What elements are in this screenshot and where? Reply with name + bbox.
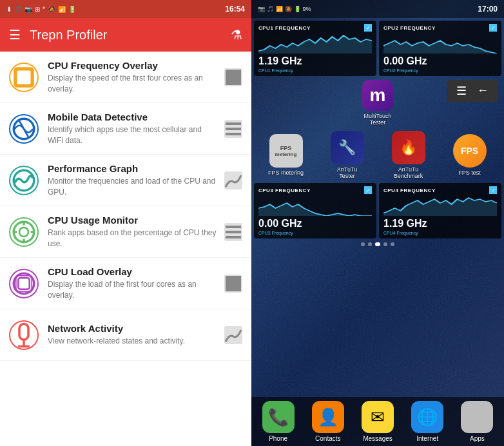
- cpu-freq-overlay-action[interactable]: [224, 68, 242, 86]
- menu-item-performance-graph[interactable]: Performance Graph Monitor the frequencie…: [0, 155, 251, 206]
- performance-graph-title: Performance Graph: [48, 163, 219, 174]
- cpu2-value: 0.00 GHz: [383, 55, 497, 67]
- performance-graph-icon: [9, 166, 39, 195]
- menu-button[interactable]: ☰: [9, 27, 21, 43]
- mobile-data-text: Mobile Data Detective Identify which app…: [48, 112, 219, 146]
- dot-2: [368, 242, 372, 246]
- cpu1-chart: [258, 33, 372, 53]
- antutu-tester-icon: 🔧: [331, 131, 364, 164]
- cpu4-checkbox[interactable]: ✓: [489, 186, 497, 194]
- svg-rect-21: [18, 278, 30, 289]
- internet-icon: 🌐: [411, 401, 443, 433]
- time-left: 16:54: [225, 5, 245, 14]
- network-activity-icon: [9, 320, 39, 350]
- signal-right: 📶: [276, 6, 283, 12]
- cpu-load-desc: Display the load of the first four cores…: [48, 279, 219, 301]
- popup-menu[interactable]: ☰ ←: [447, 80, 498, 102]
- menu-item-network-activity[interactable]: Network Activity View network-related st…: [0, 309, 251, 361]
- svg-rect-4: [226, 77, 233, 85]
- dock-messages[interactable]: ✉ Messages: [353, 401, 402, 442]
- svg-rect-5: [233, 77, 241, 85]
- performance-graph-text: Performance Graph Monitor the frequencie…: [48, 163, 219, 198]
- cpu2-widget[interactable]: CPU2 FREQUENCY ✓ 0.00 GHz CPU2 Frequency: [379, 21, 501, 76]
- cpu-widgets-top: CPU1 FREQUENCY ✓ 1.19 GHz CPU1 Frequency…: [251, 18, 504, 77]
- network-activity-title: Network Activity: [48, 323, 219, 334]
- antutu-benchmark-label: AnTuTuBenchmark: [394, 166, 423, 179]
- svg-point-12: [19, 228, 28, 237]
- cpu3-value: 0.00 GHz: [258, 218, 372, 229]
- dot-3: [375, 242, 380, 246]
- svg-rect-23: [226, 276, 233, 284]
- app-antutu-tester[interactable]: 🔧 AnTuTuTester: [318, 131, 376, 179]
- apps-icon: [461, 401, 493, 433]
- app-fps-test[interactable]: FPS FPS test: [440, 134, 499, 176]
- cpu2-label: CPU2 Frequency: [383, 68, 497, 73]
- cpu-usage-text: CPU Usage Monitor Rank apps based on the…: [48, 215, 219, 249]
- network-activity-text: Network Activity View network-related st…: [48, 323, 219, 347]
- menu-item-cpu-load-overlay[interactable]: CPU Load Overlay Display the load of the…: [0, 258, 251, 309]
- screenshot-icon: 📷: [24, 6, 32, 13]
- cpu1-title: CPU1 FREQUENCY: [258, 25, 311, 31]
- dot-4: [383, 242, 387, 246]
- cpu-usage-action[interactable]: [224, 223, 242, 241]
- svg-rect-25: [226, 284, 233, 291]
- cpu-freq-overlay-desc: Display the speed of the first four core…: [48, 73, 219, 95]
- menu-item-mobile-data-detective[interactable]: Mobile Data Detective Identify which app…: [0, 103, 251, 155]
- cpu4-widget[interactable]: CPU4 FREQUENCY ✓ 1.19 GHz CPU4 Frequency: [379, 183, 501, 238]
- menu-item-cpu-frequency-overlay[interactable]: CPU Frequency Overlay Display the speed …: [0, 52, 251, 103]
- apps-row-1: m MultiTouchTester ☰ ←: [251, 77, 504, 128]
- popup-menu-icon[interactable]: ☰: [456, 84, 467, 98]
- mute-icon: 🔕: [48, 6, 55, 13]
- app-antutu-benchmark[interactable]: 🔥 AnTuTuBenchmark: [379, 131, 438, 179]
- cpu-widgets-bottom: CPU3 FREQUENCY ✓ 0.00 GHz CPU3 Frequency…: [251, 182, 504, 240]
- cpu-usage-desc: Rank apps based on the percentage of CPU…: [48, 228, 219, 249]
- cpu1-label: CPU1 Frequency: [258, 68, 372, 73]
- popup-back-icon[interactable]: ←: [477, 84, 489, 98]
- cpu3-widget[interactable]: CPU3 FREQUENCY ✓ 0.00 GHz CPU3 Frequency: [254, 183, 376, 238]
- mobile-data-desc: Identify which apps use the most cellula…: [48, 124, 219, 146]
- cpu4-value: 1.19 GHz: [383, 218, 497, 229]
- time-right: 17:00: [478, 5, 498, 14]
- menu-item-cpu-usage-monitor[interactable]: CPU Usage Monitor Rank apps based on the…: [0, 206, 251, 258]
- status-icons-left: ⬇ 🎵 📷 ⊞ * 🔕 📶 🔋: [6, 6, 76, 13]
- cpu2-chart: [383, 33, 497, 53]
- phone-icon: 📞: [262, 401, 295, 433]
- bottom-dock: 📞 Phone 👤 Contacts ✉ Messages 🌐 Internet: [251, 397, 504, 446]
- flask-icon[interactable]: ⚗: [231, 27, 242, 43]
- performance-graph-desc: Monitor the frequencies and load of the …: [48, 176, 219, 198]
- wifi-right: 🔕: [285, 6, 292, 12]
- cpu2-checkbox[interactable]: ✓: [489, 24, 497, 32]
- bluetooth-icon: *: [43, 6, 45, 13]
- cpu-freq-overlay-title: CPU Frequency Overlay: [48, 60, 219, 71]
- cpu4-header: CPU4 FREQUENCY ✓: [383, 186, 497, 194]
- network-activity-action[interactable]: [224, 326, 242, 344]
- dot-5: [391, 242, 394, 246]
- right-content: CPU1 FREQUENCY ✓ 1.19 GHz CPU1 Frequency…: [251, 18, 504, 446]
- dock-apps[interactable]: Apps: [453, 401, 501, 442]
- cpu-load-action[interactable]: [224, 275, 242, 293]
- shazam-icon-right: 🎵: [267, 6, 274, 12]
- dot-1: [361, 242, 365, 246]
- antutu-benchmark-icon: 🔥: [392, 131, 425, 164]
- svg-rect-1: [17, 70, 31, 84]
- app-header: ☰ Trepn Profiler ⚗: [0, 18, 251, 52]
- cpu-load-icon: [9, 269, 39, 298]
- dock-phone[interactable]: 📞 Phone: [254, 401, 302, 442]
- svg-rect-2: [226, 70, 233, 77]
- cpu-usage-title: CPU Usage Monitor: [48, 215, 219, 226]
- mobile-data-action[interactable]: [224, 120, 242, 138]
- dock-internet[interactable]: 🌐 Internet: [403, 401, 452, 442]
- cpu3-checkbox[interactable]: ✓: [364, 186, 372, 194]
- cpu3-label: CPU3 Frequency: [258, 231, 372, 235]
- dock-contacts[interactable]: 👤 Contacts: [304, 401, 352, 442]
- cpu1-widget[interactable]: CPU1 FREQUENCY ✓ 1.19 GHz CPU1 Frequency: [254, 21, 376, 76]
- cpu4-label: CPU4 Frequency: [383, 231, 497, 235]
- app-fps-metering[interactable]: FPS metering FPS metering: [257, 134, 315, 176]
- performance-graph-action[interactable]: [224, 171, 242, 189]
- fps-metering-icon: FPS metering: [269, 134, 303, 168]
- battery-right: 🔋 9%: [294, 6, 311, 12]
- internet-label: Internet: [416, 435, 438, 442]
- cpu1-checkbox[interactable]: ✓: [364, 24, 372, 32]
- app-title: Trepn Profiler: [30, 28, 222, 43]
- cpu1-header: CPU1 FREQUENCY ✓: [258, 24, 372, 32]
